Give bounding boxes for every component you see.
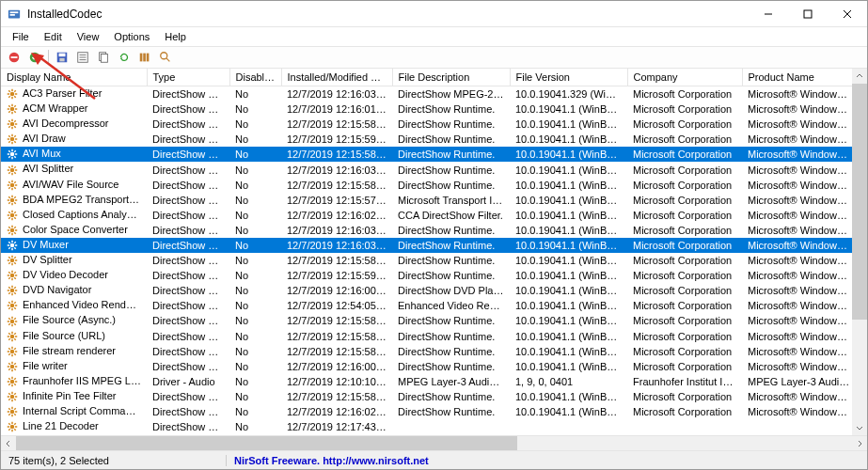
svg-line-112: [8, 227, 10, 228]
table-cell: DirectShow Filter: [147, 147, 229, 162]
table-cell: Microsoft® Windows® ...: [742, 147, 852, 162]
table-row[interactable]: Color Space ConverterDirectShow FilterNo…: [1, 223, 852, 238]
table-row[interactable]: BDA MPEG2 Transport Inf...DirectShow Fil…: [1, 193, 852, 208]
menu-options[interactable]: Options: [106, 29, 157, 44]
column-header[interactable]: Installed/Modified Time: [281, 69, 392, 86]
column-header[interactable]: Product Name: [742, 69, 852, 86]
table-row[interactable]: DV MuxerDirectShow FilterNo12/7/2019 12:…: [1, 238, 852, 253]
table-row[interactable]: File Source (URL)DirectShow FilterNo12/7…: [1, 329, 852, 344]
table-cell: DirectShow Filter: [147, 404, 229, 419]
svg-line-105: [8, 217, 10, 219]
svg-point-71: [10, 167, 15, 172]
table-row[interactable]: Internal Script Command R...DirectShow F…: [1, 404, 852, 419]
tool-copy-icon[interactable]: [94, 48, 113, 67]
table-row[interactable]: Fraunhofer IIS MPEG Layer-...Driver - Au…: [1, 374, 852, 389]
table-row[interactable]: AVI SplitterDirectShow FilterNo12/7/2019…: [1, 162, 852, 177]
column-header[interactable]: File Description: [392, 69, 510, 86]
tool-options-icon[interactable]: [135, 48, 154, 67]
table-row[interactable]: Enhanced Video RendererDirectShow Filter…: [1, 298, 852, 313]
column-header[interactable]: Display Name: [1, 69, 147, 86]
table-row[interactable]: AVI MuxDirectShow FilterNo12/7/2019 12:1…: [1, 147, 852, 162]
status-credit-url[interactable]: http://www.nirsoft.net: [323, 455, 429, 466]
svg-line-79: [14, 166, 16, 168]
scroll-down-icon[interactable]: [852, 420, 867, 435]
table-cell: Microsoft® Windows® ...: [742, 253, 852, 268]
hscroll-track[interactable]: [16, 436, 852, 451]
table-cell: Closed Captions Analysis Fil...: [1, 208, 147, 223]
gear-icon: [7, 179, 20, 192]
svg-line-193: [8, 363, 10, 365]
table-cell: Enhanced Video Render...: [392, 298, 510, 313]
table-cell: 10.0.19041.329 (WinBuil...: [510, 86, 627, 102]
menu-edit[interactable]: Edit: [37, 29, 70, 44]
tool-save-icon[interactable]: [53, 48, 71, 67]
table-cell: Microsoft Corporation: [627, 298, 742, 313]
vscroll-track[interactable]: [852, 84, 867, 420]
column-header[interactable]: Disabled: [229, 69, 281, 86]
tool-refresh-icon[interactable]: [115, 48, 134, 67]
table-row[interactable]: AVI/WAV File SourceDirectShow FilterNo12…: [1, 178, 852, 193]
table-cell: Microsoft® Windows® ...: [742, 132, 852, 147]
table-cell: DVD Navigator: [1, 283, 147, 298]
status-credit-label: NirSoft Freeware.: [234, 455, 323, 466]
table-row[interactable]: DV Video DecoderDirectShow FilterNo12/7/…: [1, 268, 852, 283]
table-cell: DirectShow Runtime.: [392, 102, 510, 117]
maximize-button[interactable]: [788, 1, 828, 27]
table-row[interactable]: Closed Captions Analysis Fil...DirectSho…: [1, 208, 852, 223]
tool-disable-icon[interactable]: [5, 48, 24, 67]
column-header[interactable]: Company: [627, 69, 742, 86]
svg-line-202: [8, 378, 10, 380]
svg-line-61: [14, 136, 16, 138]
column-header[interactable]: File Version: [510, 69, 627, 86]
table-cell: 12/7/2019 12:16:00 PM: [281, 359, 392, 374]
column-header[interactable]: Type: [147, 69, 229, 86]
vscroll-thumb[interactable]: [852, 84, 867, 320]
scroll-right-icon[interactable]: [852, 436, 867, 451]
menu-file[interactable]: File: [5, 29, 37, 44]
menu-view[interactable]: View: [70, 29, 107, 44]
table-wrapper[interactable]: Display NameTypeDisabledInstalled/Modifi…: [1, 69, 852, 435]
svg-point-125: [10, 258, 15, 263]
table-row[interactable]: DV SplitterDirectShow FilterNo12/7/2019 …: [1, 253, 852, 268]
svg-point-179: [10, 349, 15, 353]
tool-enable-icon[interactable]: [25, 48, 44, 67]
menu-help[interactable]: Help: [157, 29, 194, 44]
svg-line-177: [8, 338, 10, 340]
svg-line-167: [14, 323, 16, 325]
table-row[interactable]: DVD NavigatorDirectShow FilterNo12/7/201…: [1, 283, 852, 298]
table-row[interactable]: File writerDirectShow FilterNo12/7/2019 …: [1, 359, 852, 374]
horizontal-scrollbar[interactable]: [1, 435, 867, 450]
vertical-scrollbar[interactable]: [852, 69, 867, 435]
svg-line-58: [8, 136, 10, 138]
svg-point-116: [10, 243, 15, 248]
minimize-button[interactable]: [749, 1, 788, 27]
scroll-left-icon[interactable]: [1, 436, 16, 451]
svg-line-166: [8, 318, 10, 320]
scroll-up-icon[interactable]: [852, 69, 867, 84]
table-cell: DirectShow Filter: [147, 132, 229, 147]
tool-properties-icon[interactable]: [73, 48, 92, 67]
table-cell: Microsoft Corporation: [627, 283, 742, 298]
gear-icon: [7, 360, 20, 373]
table-cell: 10.0.19041.1 (WinBuild.1...: [510, 223, 627, 238]
table-cell: Microsoft® Windows® ...: [742, 102, 852, 117]
table-row[interactable]: AVI DrawDirectShow FilterNo12/7/2019 12:…: [1, 132, 852, 147]
table-cell: DirectShow Filter: [147, 238, 229, 253]
svg-point-35: [10, 107, 15, 112]
table-row[interactable]: ACM WrapperDirectShow FilterNo12/7/2019 …: [1, 102, 852, 117]
table-row[interactable]: Infinite Pin Tee FilterDirectShow Filter…: [1, 389, 852, 404]
hscroll-thumb[interactable]: [16, 436, 517, 451]
table-row[interactable]: File Source (Async.)DirectShow FilterNo1…: [1, 313, 852, 328]
table-row[interactable]: AC3 Parser FilterDirectShow FilterNo12/7…: [1, 86, 852, 102]
table-cell: No: [229, 313, 281, 328]
table-row[interactable]: File stream rendererDirectShow FilterNo1…: [1, 344, 852, 359]
svg-line-42: [8, 111, 10, 113]
table-row[interactable]: Line 21 DecoderDirectShow FilterNo12/7/2…: [1, 419, 852, 434]
svg-line-157: [8, 303, 10, 305]
table-row[interactable]: AVI DecompressorDirectShow FilterNo12/7/…: [1, 117, 852, 132]
svg-point-143: [10, 289, 15, 293]
table-cell: No: [229, 359, 281, 374]
svg-line-151: [14, 288, 16, 290]
close-button[interactable]: [828, 1, 867, 27]
tool-find-icon[interactable]: [156, 48, 175, 67]
